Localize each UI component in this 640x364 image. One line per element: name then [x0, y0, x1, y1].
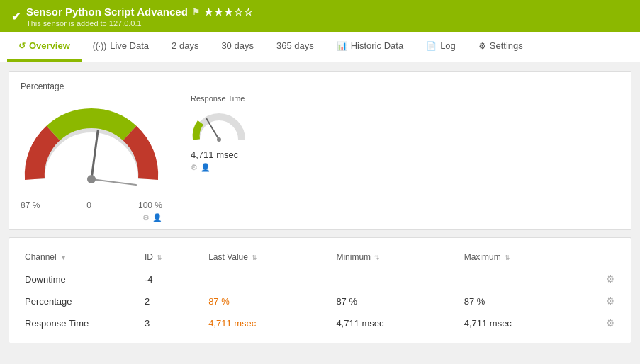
- response-settings-icon[interactable]: ⚙: [191, 163, 198, 172]
- response-label: Response Time: [191, 94, 245, 103]
- tab-365days[interactable]: 365 days: [265, 32, 325, 62]
- tab-2days-label: 2 days: [172, 40, 198, 51]
- channel-sort-icon: ▼: [60, 254, 67, 261]
- row2-action[interactable]: ⚙: [588, 290, 619, 312]
- tab-365days-label: 365 days: [276, 40, 314, 51]
- tab-live-data-label: Live Data: [110, 40, 149, 51]
- nav-tabs: ↺ Overview ((·)) Live Data 2 days 30 day…: [0, 32, 640, 62]
- row3-minimum: 4,711 msec: [332, 312, 459, 334]
- svg-point-2: [87, 175, 96, 183]
- table-row: Response Time 3 4,711 msec 4,711 msec 4,…: [21, 312, 619, 334]
- star-rating: ★★★☆☆: [204, 6, 254, 18]
- gauge-min: 0: [86, 200, 91, 210]
- live-data-icon: ((·)): [93, 41, 106, 51]
- table-header-row: Channel ▼ ID ⇅ Last Value ⇅ Minimum ⇅ Ma…: [21, 246, 619, 268]
- header-subtitle: This sensor is added to 127.0.0.1: [26, 19, 254, 28]
- gauge-label: Percentage: [21, 81, 619, 91]
- response-user-icon[interactable]: 👤: [201, 163, 210, 172]
- tab-30days-label: 30 days: [221, 40, 254, 51]
- id-sort-icon: ⇅: [157, 254, 162, 261]
- row3-last-value: 4,711 msec: [204, 312, 332, 334]
- row2-id: 2: [140, 290, 204, 312]
- tab-overview[interactable]: ↺ Overview: [7, 32, 82, 62]
- svg-line-3: [206, 118, 219, 140]
- svg-line-0: [91, 131, 98, 179]
- gauge-area: 87 % 0 100 % ⚙ 👤 Response Time: [21, 94, 619, 222]
- row1-id: -4: [140, 268, 204, 290]
- flag-icon: ⚑: [192, 7, 200, 17]
- header: ✔ Sensor Python Script Advanced ⚑ ★★★☆☆ …: [0, 0, 640, 32]
- row3-action[interactable]: ⚙: [588, 312, 619, 334]
- tab-settings[interactable]: ⚙ Settings: [467, 32, 534, 62]
- col-id[interactable]: ID ⇅: [140, 246, 204, 268]
- tab-log-label: Log: [440, 40, 456, 51]
- main-gauge-wrapper: 87 % 0 100 % ⚙ 👤: [21, 94, 162, 222]
- col-last-value[interactable]: Last Value ⇅: [204, 246, 332, 268]
- tab-overview-label: Overview: [29, 40, 70, 51]
- last-value-sort-icon: ⇅: [252, 254, 257, 261]
- row2-maximum: 87 %: [460, 290, 588, 312]
- response-gauge-svg: [191, 104, 247, 147]
- gauge-bottom-icons: ⚙ 👤: [21, 213, 162, 222]
- gauge-info-icon[interactable]: 👤: [152, 213, 162, 222]
- gauge-max: 100 %: [138, 200, 162, 210]
- tab-30days[interactable]: 30 days: [210, 32, 265, 62]
- main-gauge-svg: [21, 94, 162, 207]
- gauge-panel: Percentage: [9, 71, 631, 230]
- settings-icon: ⚙: [478, 41, 486, 51]
- row2-last-value: 87 %: [204, 290, 332, 312]
- tab-settings-label: Settings: [490, 40, 523, 51]
- row3-maximum: 4,711 msec: [460, 312, 588, 334]
- tab-historic-label: Historic Data: [351, 40, 403, 51]
- historic-icon: 📊: [337, 41, 347, 51]
- minimum-sort-icon: ⇅: [374, 254, 380, 261]
- response-icons: ⚙ 👤: [191, 163, 210, 172]
- check-icon: ✔: [11, 10, 21, 23]
- overview-icon: ↺: [18, 41, 26, 51]
- row2-minimum: 87 %: [332, 290, 459, 312]
- gauge-pct-label: 87 %: [21, 200, 40, 210]
- table-panel: Channel ▼ ID ⇅ Last Value ⇅ Minimum ⇅ Ma…: [9, 237, 631, 343]
- row3-channel: Response Time: [21, 312, 140, 334]
- tab-live-data[interactable]: ((·)) Live Data: [82, 32, 160, 62]
- tab-2days[interactable]: 2 days: [160, 32, 210, 62]
- log-icon: 📄: [426, 41, 437, 51]
- row2-channel: Percentage: [21, 290, 140, 312]
- row1-channel: Downtime: [21, 268, 140, 290]
- response-gauge-wrapper: Response Time 4,711 msec ⚙ 👤: [191, 94, 247, 172]
- svg-line-1: [91, 179, 136, 185]
- channel-table: Channel ▼ ID ⇅ Last Value ⇅ Minimum ⇅ Ma…: [21, 246, 619, 334]
- tab-log[interactable]: 📄 Log: [415, 32, 467, 62]
- response-value: 4,711 msec: [191, 149, 238, 160]
- table-row: Downtime -4 ⚙: [21, 268, 619, 290]
- gauge-settings-icon[interactable]: ⚙: [142, 213, 150, 222]
- header-title: Sensor Python Script Advanced ⚑ ★★★☆☆: [26, 6, 254, 18]
- svg-point-4: [217, 137, 221, 142]
- row1-maximum: [460, 268, 588, 290]
- col-minimum[interactable]: Minimum ⇅: [332, 246, 459, 268]
- col-maximum[interactable]: Maximum ⇅: [460, 246, 588, 268]
- table-row: Percentage 2 87 % 87 % 87 % ⚙: [21, 290, 619, 312]
- tab-historic[interactable]: 📊 Historic Data: [325, 32, 415, 62]
- sensor-title-text: Sensor Python Script Advanced: [26, 6, 188, 18]
- header-title-block: Sensor Python Script Advanced ⚑ ★★★☆☆ Th…: [26, 6, 254, 28]
- row1-last-value: [204, 268, 332, 290]
- row1-action[interactable]: ⚙: [588, 268, 619, 290]
- main-content: Percentage: [0, 62, 640, 352]
- row1-minimum: [332, 268, 459, 290]
- col-channel[interactable]: Channel ▼: [21, 246, 140, 268]
- row3-id: 3: [140, 312, 204, 334]
- col-action: [588, 246, 619, 268]
- maximum-sort-icon: ⇅: [505, 254, 510, 261]
